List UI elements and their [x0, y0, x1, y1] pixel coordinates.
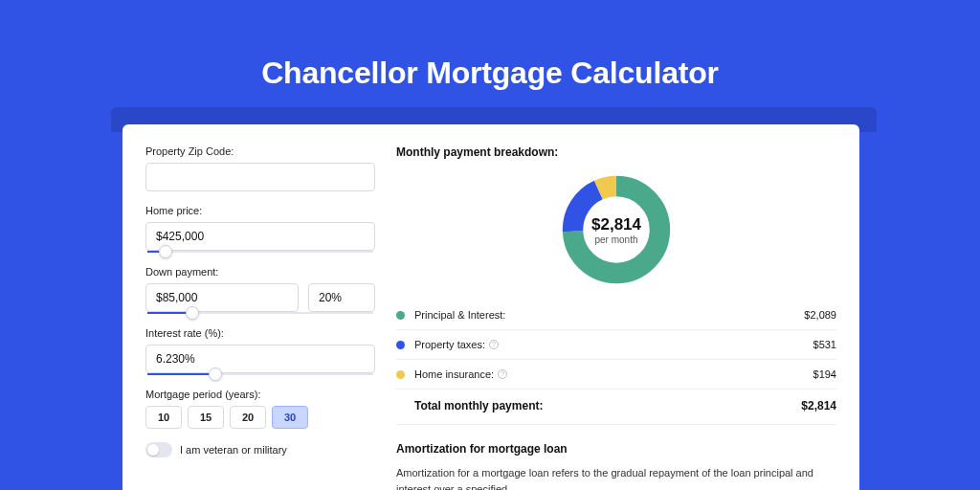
legend-label: Property taxes:? — [414, 339, 813, 350]
info-icon[interactable]: ? — [498, 369, 507, 379]
page-title: Chancellor Mortgage Calculator — [0, 0, 980, 91]
legend-row: Principal & Interest:$2,089 — [396, 301, 836, 330]
period-option-15[interactable]: 15 — [188, 406, 224, 429]
legend-row: Home insurance:?$194 — [396, 360, 836, 390]
legend-row: Property taxes:?$531 — [396, 330, 836, 360]
down-payment-label: Down payment: — [145, 266, 375, 278]
payment-donut: $2,814 per month — [559, 172, 674, 287]
interest-rate-field: Interest rate (%): — [145, 327, 375, 375]
amortization-title: Amortization for mortgage loan — [396, 442, 836, 456]
down-payment-slider[interactable] — [147, 312, 373, 314]
legend: Principal & Interest:$2,089Property taxe… — [396, 301, 836, 390]
interest-rate-slider[interactable] — [147, 373, 373, 375]
period-option-10[interactable]: 10 — [145, 406, 182, 429]
total-row: Total monthly payment: $2,814 — [396, 390, 836, 425]
period-field: Mortgage period (years): 10152030 — [145, 389, 375, 429]
period-group: 10152030 — [145, 406, 375, 429]
zip-input[interactable] — [145, 163, 375, 191]
donut-sub: per month — [594, 234, 637, 245]
donut-value: $2,814 — [591, 215, 641, 234]
inputs-column: Property Zip Code: Home price: Down paym… — [145, 145, 375, 490]
breakdown-column: Monthly payment breakdown: $2,814 per mo… — [396, 145, 836, 490]
home-price-input[interactable] — [145, 222, 375, 251]
legend-dot-icon — [396, 311, 405, 320]
down-payment-amount-input[interactable] — [145, 283, 299, 312]
home-price-slider-thumb[interactable] — [159, 245, 172, 258]
period-option-20[interactable]: 20 — [230, 406, 266, 429]
zip-field: Property Zip Code: — [145, 145, 375, 191]
down-payment-field: Down payment: — [145, 266, 375, 314]
info-icon[interactable]: ? — [489, 340, 499, 349]
calculator-card: Property Zip Code: Home price: Down paym… — [122, 124, 859, 490]
veteran-row: I am veteran or military — [145, 442, 375, 457]
total-label: Total monthly payment: — [414, 399, 801, 412]
home-price-slider[interactable] — [147, 251, 373, 253]
veteran-toggle[interactable] — [145, 442, 172, 457]
legend-amount: $531 — [813, 339, 836, 350]
home-price-field: Home price: — [145, 205, 375, 253]
breakdown-title: Monthly payment breakdown: — [396, 145, 836, 159]
legend-label: Principal & Interest: — [414, 309, 804, 321]
legend-dot-icon — [396, 370, 405, 379]
amortization-text: Amortization for a mortgage loan refers … — [396, 465, 836, 490]
period-option-30[interactable]: 30 — [272, 406, 308, 429]
home-price-label: Home price: — [145, 205, 375, 216]
amortization-section: Amortization for mortgage loan Amortizat… — [396, 442, 836, 490]
legend-amount: $2,089 — [804, 309, 836, 321]
legend-dot-icon — [396, 341, 405, 349]
interest-rate-slider-fill — [147, 373, 215, 375]
legend-amount: $194 — [813, 368, 836, 380]
interest-rate-input[interactable] — [145, 345, 375, 373]
down-payment-slider-thumb[interactable] — [186, 306, 199, 320]
zip-label: Property Zip Code: — [145, 145, 375, 157]
donut-wrap: $2,814 per month — [396, 172, 836, 287]
period-label: Mortgage period (years): — [145, 389, 375, 400]
legend-label: Home insurance:? — [414, 368, 813, 380]
total-amount: $2,814 — [801, 399, 836, 412]
down-payment-percent-input[interactable] — [308, 283, 375, 312]
interest-rate-slider-thumb[interactable] — [209, 368, 222, 381]
veteran-label: I am veteran or military — [180, 444, 287, 456]
interest-rate-label: Interest rate (%): — [145, 327, 375, 339]
